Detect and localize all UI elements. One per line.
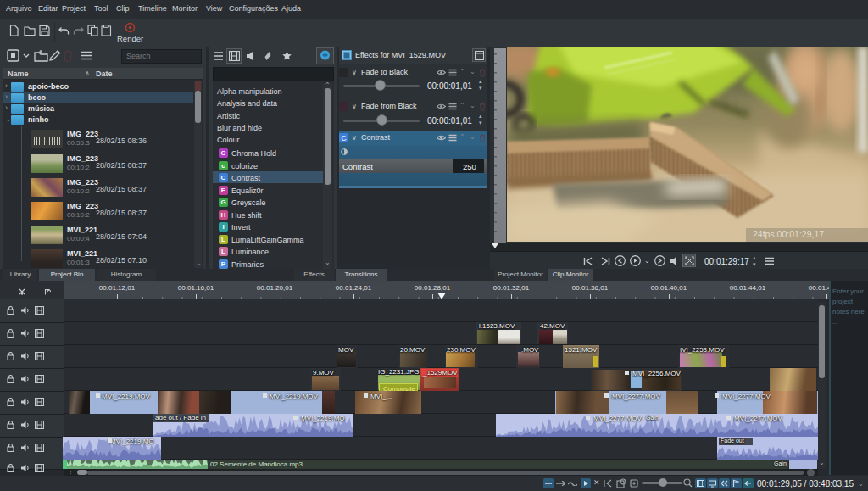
svg-text:C: C bbox=[341, 134, 347, 142]
svg-text:24fps 00:01:29,17: 24fps 00:01:29,17 bbox=[753, 229, 824, 239]
